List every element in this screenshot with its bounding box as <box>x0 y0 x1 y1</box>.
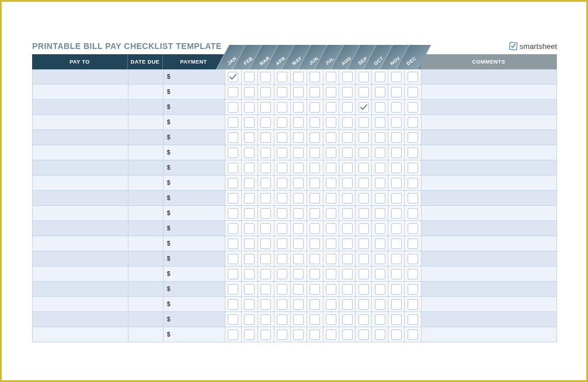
month-checkbox-mar[interactable] <box>258 115 274 129</box>
month-checkbox-mar[interactable] <box>258 145 274 160</box>
date-due-cell[interactable] <box>128 100 163 115</box>
month-checkbox-sep[interactable] <box>356 297 372 311</box>
month-checkbox-jun[interactable] <box>307 206 323 220</box>
month-checkbox-jun[interactable] <box>307 312 323 327</box>
date-due-cell[interactable] <box>128 236 163 251</box>
month-checkbox-sep[interactable] <box>356 176 372 190</box>
month-checkbox-nov[interactable] <box>388 145 405 160</box>
month-checkbox-mar[interactable] <box>258 85 274 99</box>
month-checkbox-sep[interactable] <box>356 69 372 84</box>
month-checkbox-dec[interactable] <box>405 115 421 129</box>
month-checkbox-dec[interactable] <box>405 191 421 205</box>
month-checkbox-jan[interactable] <box>225 176 242 190</box>
month-checkbox-feb[interactable] <box>242 206 258 220</box>
month-checkbox-may[interactable] <box>291 251 307 266</box>
month-checkbox-sep[interactable] <box>356 282 372 296</box>
month-checkbox-sep[interactable] <box>356 145 372 160</box>
month-checkbox-nov[interactable] <box>388 206 405 220</box>
comments-cell[interactable] <box>422 221 557 236</box>
month-checkbox-jul[interactable] <box>323 282 340 296</box>
month-checkbox-dec[interactable] <box>405 85 421 99</box>
month-checkbox-feb[interactable] <box>242 191 258 205</box>
month-checkbox-sep[interactable] <box>356 251 372 266</box>
date-due-cell[interactable] <box>128 176 163 191</box>
month-checkbox-apr[interactable] <box>274 327 291 342</box>
month-checkbox-nov[interactable] <box>388 267 405 281</box>
month-checkbox-nov[interactable] <box>388 160 405 175</box>
month-checkbox-dec[interactable] <box>405 221 421 236</box>
month-checkbox-oct[interactable] <box>372 85 388 99</box>
date-due-cell[interactable] <box>128 115 163 130</box>
payment-cell[interactable]: $ <box>163 160 225 176</box>
month-checkbox-jul[interactable] <box>323 221 340 236</box>
pay-to-cell[interactable] <box>33 69 128 85</box>
month-checkbox-jul[interactable] <box>323 85 340 99</box>
month-checkbox-oct[interactable] <box>372 312 388 327</box>
date-due-cell[interactable] <box>128 69 163 85</box>
comments-cell[interactable] <box>422 176 557 191</box>
month-checkbox-sep[interactable] <box>356 191 372 205</box>
comments-cell[interactable] <box>422 267 557 282</box>
date-due-cell[interactable] <box>128 145 163 160</box>
comments-cell[interactable] <box>422 251 557 267</box>
month-checkbox-apr[interactable] <box>274 100 291 114</box>
month-checkbox-aug[interactable] <box>339 236 356 251</box>
month-checkbox-oct[interactable] <box>372 236 388 251</box>
comments-cell[interactable] <box>422 145 557 160</box>
pay-to-cell[interactable] <box>33 191 128 206</box>
month-checkbox-aug[interactable] <box>339 327 356 342</box>
month-checkbox-mar[interactable] <box>258 282 274 296</box>
payment-cell[interactable]: $ <box>163 251 225 267</box>
month-checkbox-jul[interactable] <box>323 312 340 327</box>
month-checkbox-apr[interactable] <box>274 282 291 296</box>
month-checkbox-feb[interactable] <box>242 100 258 114</box>
month-checkbox-may[interactable] <box>291 221 307 236</box>
month-checkbox-nov[interactable] <box>388 100 405 114</box>
month-checkbox-dec[interactable] <box>405 312 421 327</box>
month-checkbox-oct[interactable] <box>372 69 388 84</box>
month-checkbox-may[interactable] <box>291 282 307 296</box>
month-checkbox-dec[interactable] <box>405 69 421 84</box>
month-checkbox-jun[interactable] <box>307 236 323 251</box>
payment-cell[interactable]: $ <box>163 267 225 282</box>
month-checkbox-jul[interactable] <box>323 160 340 175</box>
month-checkbox-jan[interactable] <box>225 69 242 84</box>
month-checkbox-oct[interactable] <box>372 100 388 114</box>
month-checkbox-jul[interactable] <box>323 130 340 145</box>
month-checkbox-aug[interactable] <box>339 221 356 236</box>
month-checkbox-jun[interactable] <box>307 145 323 160</box>
pay-to-cell[interactable] <box>33 236 128 251</box>
month-checkbox-nov[interactable] <box>388 85 405 99</box>
month-checkbox-oct[interactable] <box>372 297 388 311</box>
month-checkbox-jan[interactable] <box>225 100 242 114</box>
month-checkbox-jul[interactable] <box>323 297 340 311</box>
month-checkbox-dec[interactable] <box>405 327 421 342</box>
month-checkbox-feb[interactable] <box>242 145 258 160</box>
month-checkbox-aug[interactable] <box>339 160 356 175</box>
date-due-cell[interactable] <box>128 297 163 312</box>
comments-cell[interactable] <box>422 115 557 130</box>
payment-cell[interactable]: $ <box>163 130 225 145</box>
month-checkbox-aug[interactable] <box>339 191 356 205</box>
month-checkbox-sep[interactable] <box>356 221 372 236</box>
month-checkbox-jan[interactable] <box>225 312 242 327</box>
month-checkbox-mar[interactable] <box>258 206 274 220</box>
month-checkbox-aug[interactable] <box>339 100 356 114</box>
pay-to-cell[interactable] <box>33 100 128 115</box>
month-checkbox-jun[interactable] <box>307 115 323 129</box>
date-due-cell[interactable] <box>128 312 163 327</box>
month-checkbox-may[interactable] <box>291 267 307 281</box>
month-checkbox-mar[interactable] <box>258 267 274 281</box>
month-checkbox-jul[interactable] <box>323 69 340 84</box>
month-checkbox-aug[interactable] <box>339 267 356 281</box>
month-checkbox-jan[interactable] <box>225 206 242 220</box>
month-checkbox-nov[interactable] <box>388 115 405 129</box>
month-checkbox-jun[interactable] <box>307 282 323 296</box>
month-checkbox-jun[interactable] <box>307 251 323 266</box>
date-due-cell[interactable] <box>128 221 163 236</box>
month-checkbox-jun[interactable] <box>307 327 323 342</box>
pay-to-cell[interactable] <box>33 160 128 176</box>
comments-cell[interactable] <box>422 282 557 297</box>
comments-cell[interactable] <box>422 236 557 251</box>
month-checkbox-jul[interactable] <box>323 176 340 190</box>
